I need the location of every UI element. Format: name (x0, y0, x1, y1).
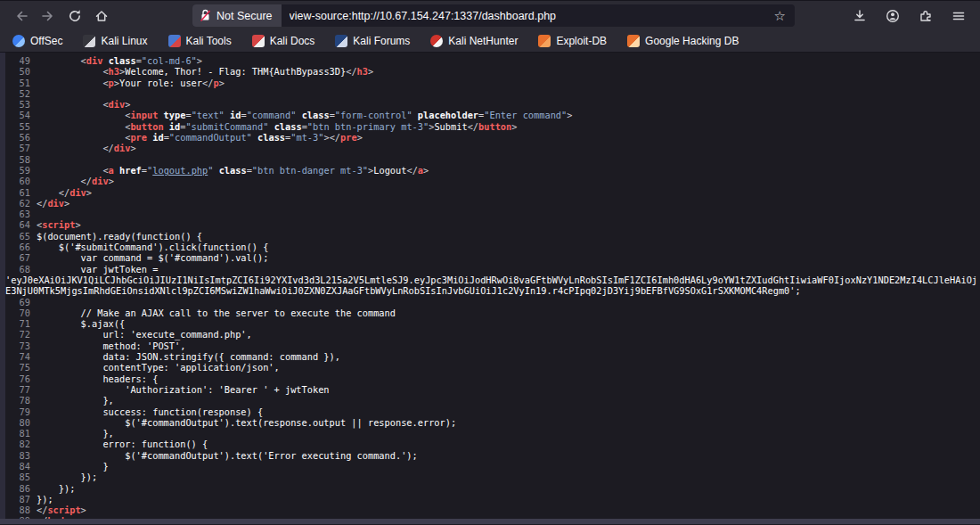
bookmark-kali-docs[interactable]: Kali Docs (252, 35, 315, 47)
source-line-80: 80 $('#commandOutput').text(response.out… (5, 417, 978, 428)
source-line-51: 51 <p>Your role: user</p> (5, 78, 978, 88)
bookmark-google-hacking-db[interactable]: Google Hacking DB (627, 35, 739, 47)
source-line-85: 85 }); (5, 472, 978, 482)
source-line-59: 59 <a href="logout.php" class="btn btn-d… (5, 165, 978, 176)
back-icon (14, 9, 29, 23)
view-source-content: 49 <div class="col-md-6">50 <h3>Welcome,… (0, 53, 980, 524)
source-line-57: 57 </div> (5, 143, 978, 153)
source-code: 49 <div class="col-md-6">50 <h3>Welcome,… (0, 53, 980, 524)
source-line-58: 58 (5, 154, 978, 165)
bookmark-star-icon[interactable]: ☆ (772, 9, 788, 22)
bookmark-label: OffSec (30, 35, 62, 47)
source-line-50: 50 <h3>Welcome, Thor! - Flag: THM{AuthBy… (5, 66, 978, 77)
extensions-button[interactable] (913, 4, 938, 28)
home-icon (94, 9, 109, 23)
forward-button[interactable] (36, 4, 61, 28)
url-text[interactable]: view-source:http://10.67.154.247:1337/da… (290, 10, 772, 22)
bookmark-favicon (252, 35, 265, 47)
bookmarks-bar: OffSecKali LinuxKali ToolsKali DocsKali … (0, 30, 980, 53)
source-line-67: 67 var command = $('#command').val(); (5, 252, 978, 263)
bookmark-favicon (12, 35, 25, 47)
forward-icon (41, 9, 55, 23)
home-button[interactable] (89, 4, 114, 28)
security-label: Not Secure (216, 10, 273, 22)
bookmark-favicon (83, 35, 95, 47)
bookmark-label: Kali Linux (101, 35, 147, 47)
left-edge-strip (0, 53, 5, 519)
source-line-79: 79 success: function(response) { (5, 406, 978, 417)
bookmark-label: Kali Docs (270, 35, 315, 47)
source-line-71: 71 $.ajax({ (5, 318, 978, 329)
source-line-66: 66 $('#submitCommand').click(function() … (5, 242, 978, 252)
bookmark-favicon (627, 35, 640, 47)
browser-window: Not Secure view-source:http://10.67.154.… (0, 0, 980, 525)
source-line-84: 84 } (5, 461, 978, 472)
insecure-lock-icon (200, 9, 211, 22)
horizontal-scrollbar[interactable] (0, 519, 980, 524)
bookmark-kali-tools[interactable]: Kali Tools (168, 35, 232, 47)
source-line-62: 62</div> (5, 198, 978, 209)
source-line-78: 78 }, (5, 395, 978, 406)
bookmark-label: Exploit-DB (556, 35, 607, 47)
source-line-77: 77 'Authorization': 'Bearer ' + jwtToken (5, 384, 978, 395)
source-line-69: 69 (5, 297, 978, 308)
bookmark-kali-forums[interactable]: Kali Forums (335, 35, 410, 47)
source-line-83: 83 $('#commandOutput').text('Error execu… (5, 450, 978, 461)
extensions-icon (919, 9, 933, 23)
bookmark-favicon (335, 35, 347, 47)
source-line-73: 73 method: 'POST', (5, 340, 978, 351)
reload-icon (68, 9, 82, 23)
account-button[interactable] (880, 4, 905, 28)
bookmark-favicon (168, 35, 181, 47)
source-line-63: 63 (5, 209, 978, 219)
source-line-70: 70 // Make an AJAX call to the server to… (5, 308, 978, 318)
source-line-75: 75 contentType: 'application/json', (5, 362, 978, 373)
back-button[interactable] (9, 4, 34, 28)
source-line-65: 65$(document).ready(function() { (5, 231, 978, 242)
bookmark-kali-nethunter[interactable]: Kali NetHunter (430, 35, 518, 47)
source-line-72: 72 url: 'execute_command.php', (5, 329, 978, 340)
source-line-56: 56 <pre id="commandOutput" class="mt-3">… (5, 132, 978, 143)
bookmark-label: Kali NetHunter (448, 35, 518, 47)
menu-button[interactable] (946, 4, 971, 28)
source-line-76: 76 headers: { (5, 373, 978, 384)
toolbar-right-icons (847, 4, 971, 28)
source-line-82: 82 error: function() { (5, 439, 978, 449)
download-icon (853, 9, 867, 23)
source-line-87: 87}); (5, 494, 978, 504)
bookmark-exploit-db[interactable]: Exploit-DB (538, 35, 607, 47)
reload-button[interactable] (62, 4, 87, 28)
account-icon (886, 9, 900, 23)
bookmark-label: Kali Tools (186, 35, 232, 47)
bookmark-favicon (430, 35, 443, 47)
source-line-86: 86 }); (5, 483, 978, 494)
bookmark-offsec[interactable]: OffSec (12, 35, 62, 47)
bookmark-label: Google Hacking DB (645, 35, 739, 47)
source-line-49: 49 <div class="col-md-6"> (5, 55, 978, 66)
bookmark-favicon (538, 35, 551, 47)
source-line-60: 60 </div> (5, 176, 978, 186)
url-bar[interactable]: Not Secure view-source:http://10.67.154.… (192, 4, 795, 27)
security-chip[interactable]: Not Secure (192, 4, 282, 27)
source-line-74: 74 data: JSON.stringify({ command: comma… (5, 351, 978, 362)
menu-icon (951, 9, 966, 23)
source-line-55: 55 <button id="submitCommand" class="btn… (5, 121, 978, 132)
bookmark-kali-linux[interactable]: Kali Linux (83, 35, 147, 47)
source-line-64: 64<script> (5, 219, 978, 230)
bookmark-label: Kali Forums (353, 35, 410, 47)
source-line-53: 53 <div> (5, 99, 978, 110)
source-line-54: 54 <input type="text" id="command" class… (5, 110, 978, 120)
source-line-61: 61 </div> (5, 187, 978, 198)
browser-toolbar: Not Secure view-source:http://10.67.154.… (0, 0, 980, 30)
source-line-88: 88</script> (5, 504, 978, 515)
source-line-52: 52 (5, 88, 978, 99)
downloads-button[interactable] (847, 4, 872, 28)
source-line-81: 81 }, (5, 428, 978, 439)
source-line-68: 68 var jwtToken = 'eyJ0eXAiOiJKV1QiLCJhb… (5, 264, 978, 297)
